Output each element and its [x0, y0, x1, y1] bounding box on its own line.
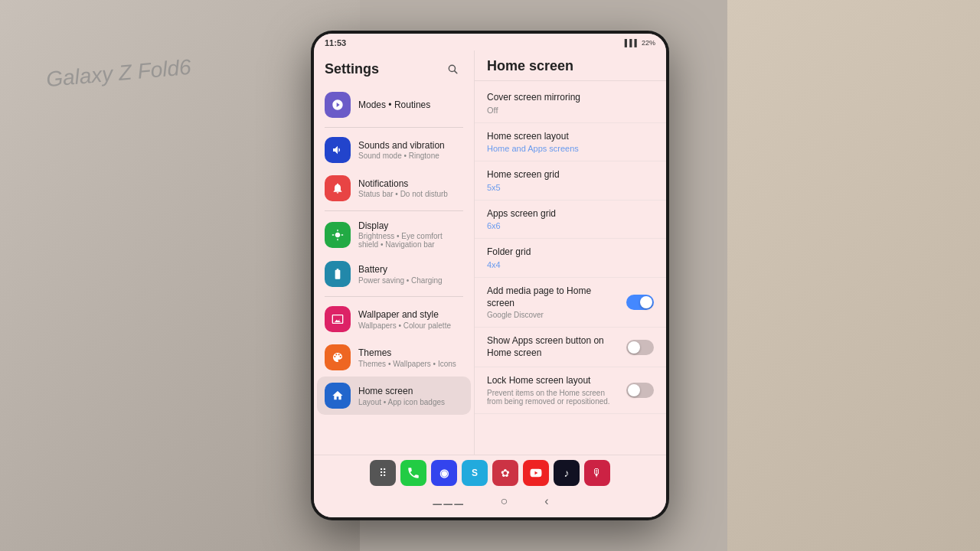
cover-screen-value: Off	[487, 106, 654, 115]
status-bar: 11:53 ▌▌▌ 22%	[314, 34, 666, 51]
themes-icon	[325, 344, 351, 370]
home-settings-list: Cover screen mirroring Off Home screen l…	[475, 81, 666, 455]
home-item-layout[interactable]: Home screen layout Home and Apps screens	[475, 123, 666, 162]
notifications-icon	[325, 175, 351, 201]
sounds-name: Sounds and vibration	[358, 140, 463, 151]
sidebar-item-sounds[interactable]: Sounds and vibration Sound mode • Ringto…	[317, 131, 471, 169]
show-apps-btn-name: Show Apps screen button on Home screen	[487, 335, 620, 359]
home-item-folder-grid[interactable]: Folder grid 4x4	[475, 239, 666, 278]
sidebar-item-themes[interactable]: Themes Themes • Wallpapers • Icons	[317, 338, 471, 377]
media-page-toggle-knob	[640, 296, 652, 308]
back-button[interactable]: ‹	[541, 491, 551, 511]
wallpaper-icon	[325, 306, 351, 332]
apps-grid-value: 6x6	[487, 221, 654, 230]
divider-2	[325, 210, 463, 211]
sidebar-item-modes[interactable]: Modes • Routines	[317, 86, 471, 124]
battery-sub: Power saving • Charging	[358, 276, 463, 285]
lock-layout-text: Lock Home screen layout Prevent items on…	[487, 375, 620, 406]
media-page-name: Add media page to Home screen	[487, 285, 620, 309]
folder-grid-name: Folder grid	[487, 246, 654, 259]
battery-name: Battery	[358, 264, 463, 275]
home-item-show-apps-btn[interactable]: Show Apps screen button on Home screen	[475, 328, 666, 367]
home-item-media-page[interactable]: Add media page to Home screen Google Dis…	[475, 278, 666, 328]
notifications-sub: Status bar • Do not disturb	[358, 190, 463, 198]
home-panel-header: Home screen	[475, 51, 666, 81]
home-item-apps-grid[interactable]: Apps screen grid 6x6	[475, 201, 666, 240]
display-name: Display	[358, 220, 463, 231]
homescreen-name: Home screen	[358, 386, 463, 396]
battery-icon	[325, 261, 351, 287]
settings-title: Settings	[325, 61, 379, 77]
signal-icon: ▌▌▌	[625, 39, 639, 47]
sidebar-item-display[interactable]: Display Brightness • Eye comfort shield …	[317, 214, 471, 255]
homescreen-sub: Layout • App icon badges	[358, 398, 463, 406]
homescreen-icon	[325, 383, 351, 409]
lock-layout-name: Lock Home screen layout	[487, 375, 620, 387]
wallpaper-name: Wallpaper and style	[358, 309, 463, 320]
status-icons: ▌▌▌ 22%	[625, 39, 655, 47]
show-apps-btn-toggle[interactable]	[626, 340, 654, 355]
divider-3	[325, 296, 463, 297]
recents-button[interactable]: ⚊⚊⚊	[429, 491, 467, 511]
dock-bixby[interactable]: ◉	[431, 460, 457, 486]
notifications-name: Notifications	[358, 178, 463, 189]
home-item-lock-layout[interactable]: Lock Home screen layout Prevent items on…	[475, 367, 666, 414]
cover-screen-name: Cover screen mirroring	[487, 92, 654, 104]
dock-phone[interactable]	[400, 460, 426, 486]
lock-layout-sub: Prevent items on the Home screen from be…	[487, 389, 620, 406]
sidebar-item-notifications[interactable]: Notifications Status bar • Do not distur…	[317, 169, 471, 207]
modes-icon	[325, 92, 351, 118]
dock-youtube[interactable]	[523, 460, 549, 486]
dock-tiktok[interactable]: ♪	[554, 460, 580, 486]
display-text: Display Brightness • Eye comfort shield …	[358, 220, 463, 249]
search-button[interactable]	[442, 58, 463, 80]
home-panel: Home screen Cover screen mirroring Off H…	[475, 51, 666, 455]
themes-text: Themes Themes • Wallpapers • Icons	[358, 347, 463, 367]
layout-name: Home screen layout	[487, 131, 654, 143]
home-grid-value: 5x5	[487, 183, 654, 192]
phone-frame: 11:53 ▌▌▌ 22% Settings	[311, 31, 669, 520]
home-panel-title: Home screen	[487, 58, 654, 74]
sidebar-item-homescreen[interactable]: Home screen Layout • App icon badges	[317, 377, 471, 415]
folder-grid-value: 4x4	[487, 260, 654, 269]
media-page-sub: Google Discover	[487, 311, 620, 319]
settings-list: Modes • Routines Sounds and vibration So…	[314, 86, 474, 455]
home-grid-name: Home screen grid	[487, 169, 654, 181]
homescreen-text: Home screen Layout • App icon badges	[358, 386, 463, 406]
wallpaper-text: Wallpaper and style Wallpapers • Colour …	[358, 309, 463, 329]
display-icon	[325, 222, 351, 248]
home-button[interactable]: ○	[498, 491, 511, 511]
status-time: 11:53	[325, 38, 346, 47]
sidebar-item-battery[interactable]: Battery Power saving • Charging	[317, 255, 471, 293]
sidebar-item-wallpaper[interactable]: Wallpaper and style Wallpapers • Colour …	[317, 300, 471, 338]
media-page-toggle[interactable]	[626, 295, 654, 310]
media-page-text: Add media page to Home screen Google Dis…	[487, 285, 620, 319]
nav-buttons: ⚊⚊⚊ ○ ‹	[320, 491, 660, 511]
display-sub: Brightness • Eye comfort shield • Naviga…	[358, 232, 463, 249]
dock-samsung-health[interactable]: S	[462, 460, 488, 486]
divider-1	[325, 127, 463, 128]
lock-layout-toggle[interactable]	[626, 383, 654, 398]
sounds-sub: Sound mode • Ringtone	[358, 152, 463, 160]
show-apps-btn-toggle-knob	[628, 341, 640, 354]
home-item-cover-screen[interactable]: Cover screen mirroring Off	[475, 84, 666, 123]
settings-header: Settings	[314, 51, 474, 86]
dock-apps-grid[interactable]: ⠿	[370, 460, 396, 486]
bottom-nav: ⠿ ◉ S ✿ ♪ 🎙 ⚊⚊⚊ ○ ‹	[314, 455, 666, 517]
themes-sub: Themes • Wallpapers • Icons	[358, 360, 463, 368]
svg-line-1	[455, 71, 457, 73]
layout-value: Home and Apps screens	[487, 144, 654, 153]
battery-label: 22%	[642, 39, 655, 47]
home-item-home-grid[interactable]: Home screen grid 5x5	[475, 161, 666, 201]
themes-name: Themes	[358, 347, 463, 358]
show-apps-btn-text: Show Apps screen button on Home screen	[487, 335, 620, 359]
main-content: Settings Mod	[314, 51, 666, 455]
wallpaper-sub: Wallpapers • Colour palette	[358, 321, 463, 330]
lock-layout-toggle-knob	[628, 384, 640, 396]
sounds-text: Sounds and vibration Sound mode • Ringto…	[358, 140, 463, 160]
dock-klover[interactable]: ✿	[492, 460, 518, 486]
apps-grid-name: Apps screen grid	[487, 208, 654, 220]
dock-podcast[interactable]: 🎙	[584, 460, 610, 486]
phone-screen: 11:53 ▌▌▌ 22% Settings	[314, 34, 666, 517]
app-dock: ⠿ ◉ S ✿ ♪ 🎙	[320, 460, 660, 486]
